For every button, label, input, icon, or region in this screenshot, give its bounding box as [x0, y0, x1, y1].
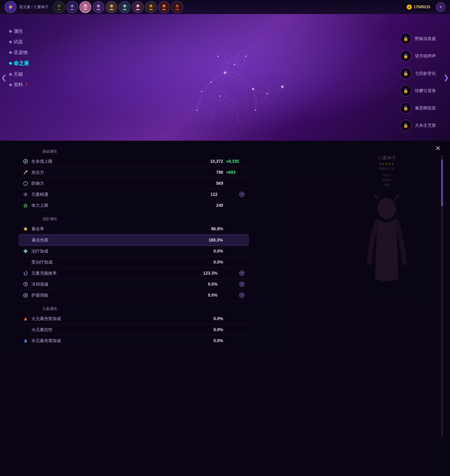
svg-line-33 — [253, 89, 255, 110]
sidebar-item-mingzuozuo[interactable]: 命之座 — [9, 60, 29, 67]
sidebar-label-shengyi: 圣遗物 — [14, 49, 28, 56]
stat-icon-em — [23, 191, 29, 197]
char-avatar-1[interactable] — [53, 1, 65, 13]
stat-row-def: 防御力 569 — [19, 178, 249, 189]
svg-point-42 — [25, 193, 26, 195]
stat-value-em: 122 — [210, 192, 218, 197]
char-avatar-6[interactable] — [119, 1, 130, 13]
currency-value: 17505215 — [414, 5, 430, 9]
stat-help-er[interactable]: ? — [239, 270, 245, 276]
svg-point-23 — [220, 95, 221, 97]
char-avatar-9[interactable] — [158, 1, 170, 13]
arrow-left[interactable]: ❮ — [1, 74, 6, 81]
svg-point-3 — [97, 5, 100, 7]
constellation-item-4[interactable]: 🔒 绯樱引雷章 — [400, 85, 436, 97]
stat-icon-incoming-heal — [23, 259, 29, 265]
constellation-name-4: 绯樱引雷章 — [415, 88, 436, 94]
sidebar-label-tiancai: 天赋 — [14, 71, 23, 77]
sidebar-diamond-shengyi — [9, 51, 12, 54]
left-sidebar: 属性 武器 圣遗物 命之座 天赋 资料 ! — [9, 28, 29, 88]
constellation-item-3[interactable]: 🔒 七段妙变化 — [400, 67, 436, 79]
stat-icon-healing — [23, 248, 29, 254]
stat-value-pyro-dmg: 0.0% — [213, 316, 223, 321]
sidebar-item-ziliao[interactable]: 资料 ! — [9, 82, 29, 88]
stat-name-crit-dmg: 暴击伤害 — [32, 237, 209, 243]
stat-value-def: 569 — [216, 181, 223, 186]
panel-close-button[interactable]: ✕ — [435, 144, 441, 152]
stat-help-em[interactable]: ? — [239, 191, 245, 197]
svg-line-34 — [253, 89, 267, 94]
currency-icon: ● — [407, 5, 412, 10]
stat-value-shield: 0.0% — [208, 293, 218, 298]
bottom-panel: ✕ 八重神子 ★★★★★ 等级90 / 90 攻击力 防御力 等级 基础属性 — [0, 141, 450, 476]
sidebar-label-wuqi: 武器 — [14, 39, 23, 45]
constellation-name-3: 七段妙变化 — [415, 71, 436, 76]
stat-name-cd: 冷却缩减 — [31, 281, 208, 287]
nav-close-button[interactable]: ✕ — [436, 2, 445, 12]
stat-help-cd[interactable]: ? — [239, 281, 245, 287]
stat-icon-crit-rate — [23, 226, 29, 232]
stat-row-crit-rate: 暴击率 86.8% — [19, 223, 249, 234]
stat-icon-pyro-res — [23, 327, 29, 333]
scroll-track — [441, 155, 443, 436]
stat-help-shield[interactable]: ? — [239, 292, 245, 298]
stat-bonus-hp: +8,335 — [226, 159, 245, 164]
char-avatar-5[interactable] — [106, 1, 118, 13]
svg-point-0 — [58, 5, 60, 7]
char-avatar-8[interactable] — [145, 1, 157, 13]
svg-point-5 — [123, 5, 126, 7]
stat-value-crit-rate: 86.8% — [211, 226, 223, 232]
constellation-item-1[interactable]: 🔒 野狐供真篇 — [400, 33, 436, 45]
sidebar-item-shengyi[interactable]: 圣遗物 — [9, 49, 29, 56]
stat-value-crit-dmg: 180.3% — [209, 238, 223, 243]
sidebar-label-shuxing: 属性 — [14, 28, 23, 35]
stat-value-pyro-res: 0.0% — [213, 327, 223, 332]
sidebar-diamond-ziliao — [9, 83, 12, 86]
stat-value-stamina: 240 — [216, 203, 223, 208]
sidebar-item-wuqi[interactable]: 武器 — [9, 39, 29, 45]
stat-row-stamina: 体力上限 240 — [19, 200, 249, 211]
svg-point-4 — [110, 5, 113, 7]
sidebar-label-ziliao: 资料 — [14, 82, 23, 88]
stat-icon-pyro-dmg — [23, 315, 29, 322]
stat-row-incoming-heal: 受治疗加成 0.0% — [19, 257, 249, 268]
stat-name-em: 元素精通 — [31, 191, 210, 197]
stat-name-er: 元素充能效率 — [31, 270, 203, 276]
sidebar-item-shuxing[interactable]: 属性 — [9, 28, 29, 35]
stat-name-pyro-dmg: 火元素伤害加成 — [31, 316, 213, 321]
stat-row-hp: 生命值上限 10,372 +8,335 — [19, 156, 249, 167]
char-avatar-10[interactable] — [171, 1, 183, 13]
stat-row-hydro-dmg: 水元素伤害加成 0.0% — [19, 335, 249, 346]
stat-row-healing: 治疗加成 0.0% — [19, 246, 249, 257]
stat-name-stamina: 体力上限 — [31, 202, 216, 208]
stat-icon-hydro-dmg — [23, 338, 29, 344]
scroll-thumb[interactable] — [441, 160, 443, 206]
arrow-right[interactable]: ❯ — [444, 74, 449, 81]
stat-name-hydro-dmg: 水元素伤害加成 — [31, 338, 213, 344]
stat-icon-er — [23, 270, 29, 276]
svg-point-15 — [245, 56, 247, 57]
char-avatar-7[interactable] — [132, 1, 144, 13]
stat-name-incoming-heal: 受治疗加成 — [31, 259, 213, 265]
constellation-item-6[interactable]: 🔒 大杀生咒禁 — [400, 119, 436, 131]
svg-point-1 — [71, 5, 74, 7]
svg-line-36 — [211, 73, 225, 82]
stat-icon-def — [23, 180, 29, 186]
svg-point-7 — [149, 5, 152, 7]
sidebar-diamond-wuqi — [9, 40, 12, 43]
stat-row-cd: 冷却缩减 0.0% ? — [19, 279, 249, 290]
char-avatar-3[interactable] — [79, 1, 91, 13]
stat-icon-hp — [23, 158, 29, 164]
stat-icon-crit-dmg — [23, 237, 29, 243]
stat-row-em: 元素精通 122 ? — [19, 189, 249, 200]
char-avatar-4[interactable] — [93, 1, 104, 13]
constellation-item-2[interactable]: 🔒 望月吼哗声 — [400, 50, 436, 62]
svg-line-31 — [218, 56, 225, 73]
constellation-art — [47, 19, 403, 141]
char-avatar-2[interactable] — [66, 1, 78, 13]
stats-container: 基础属性 生命值上限 10,372 +8,335 攻击力 788 +893 防御… — [19, 147, 249, 346]
constellation-item-5[interactable]: 🔒 暴恶咧笑面 — [400, 102, 436, 114]
nav-chars — [53, 1, 403, 13]
sidebar-item-tiancai[interactable]: 天赋 — [9, 71, 29, 77]
svg-line-29 — [225, 65, 234, 73]
